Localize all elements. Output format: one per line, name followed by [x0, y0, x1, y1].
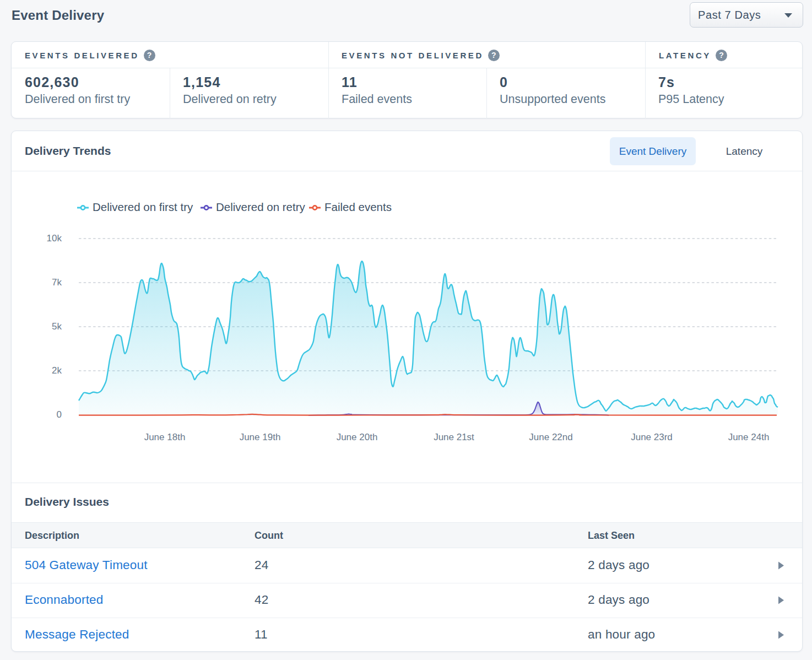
svg-text:June 20th: June 20th: [337, 432, 378, 442]
svg-text:2k: 2k: [52, 365, 62, 376]
svg-text:June 19th: June 19th: [240, 432, 281, 442]
svg-text:June 18th: June 18th: [144, 432, 186, 442]
svg-text:10k: 10k: [47, 233, 62, 244]
svg-text:June 21st: June 21st: [434, 432, 474, 442]
svg-text:0: 0: [57, 409, 62, 420]
svg-text:June 23rd: June 23rd: [631, 432, 673, 442]
svg-text:5k: 5k: [52, 321, 62, 332]
svg-text:June 22nd: June 22nd: [529, 432, 572, 442]
svg-text:7k: 7k: [52, 277, 62, 288]
svg-text:June 24th: June 24th: [728, 432, 770, 442]
